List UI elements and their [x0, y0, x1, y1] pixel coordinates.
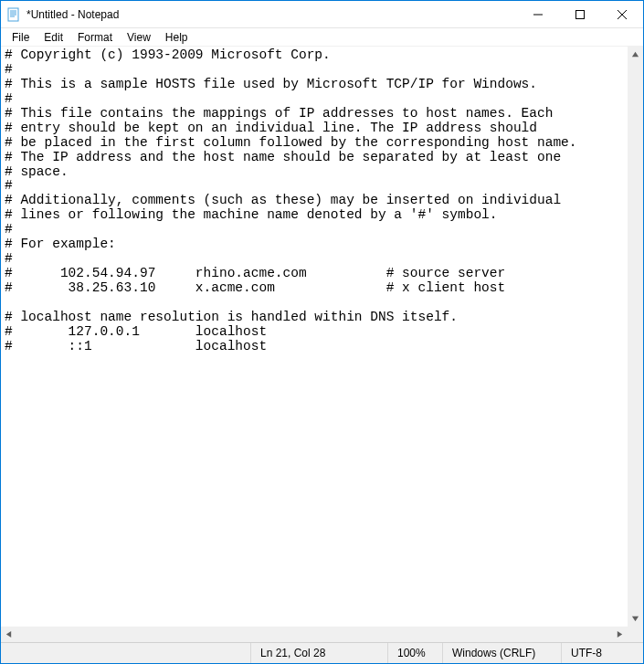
menubar: File Edit Format View Help: [1, 28, 643, 47]
svg-marker-12: [618, 631, 622, 638]
menu-help[interactable]: Help: [158, 30, 195, 45]
scroll-left-icon[interactable]: [1, 627, 16, 642]
scroll-down-icon[interactable]: [628, 611, 643, 627]
scrollbar-corner: [628, 627, 643, 642]
vertical-scroll-track[interactable]: [628, 62, 643, 611]
status-encoding: UTF-8: [561, 643, 643, 663]
scroll-right-icon[interactable]: [612, 627, 628, 642]
menu-format[interactable]: Format: [70, 30, 120, 45]
scroll-up-icon[interactable]: [628, 47, 643, 62]
status-zoom: 100%: [387, 643, 442, 663]
horizontal-scrollbar[interactable]: [1, 627, 628, 642]
text-editor[interactable]: # Copyright (c) 1993-2009 Microsoft Corp…: [1, 47, 643, 642]
titlebar[interactable]: *Untitled - Notepad: [1, 1, 643, 28]
horizontal-scroll-track[interactable]: [16, 627, 612, 642]
menu-edit[interactable]: Edit: [37, 30, 70, 45]
vertical-scrollbar[interactable]: [628, 47, 643, 627]
window-controls: [517, 1, 643, 27]
maximize-button[interactable]: [559, 1, 601, 27]
notepad-window: *Untitled - Notepad File Edit Format Vie…: [0, 0, 644, 664]
menu-view[interactable]: View: [120, 30, 158, 45]
close-button[interactable]: [601, 1, 643, 27]
status-cursor-position: Ln 21, Col 28: [250, 643, 387, 663]
notepad-app-icon: [6, 7, 21, 22]
statusbar: Ln 21, Col 28 100% Windows (CRLF) UTF-8: [1, 642, 643, 663]
svg-marker-10: [632, 617, 639, 621]
svg-marker-11: [6, 631, 11, 638]
editor-area: # Copyright (c) 1993-2009 Microsoft Corp…: [1, 47, 643, 642]
svg-rect-6: [576, 10, 585, 18]
window-title: *Untitled - Notepad: [26, 8, 119, 21]
menu-file[interactable]: File: [5, 30, 37, 45]
svg-marker-9: [632, 52, 639, 57]
minimize-button[interactable]: [517, 1, 559, 27]
status-line-ending: Windows (CRLF): [442, 643, 561, 663]
